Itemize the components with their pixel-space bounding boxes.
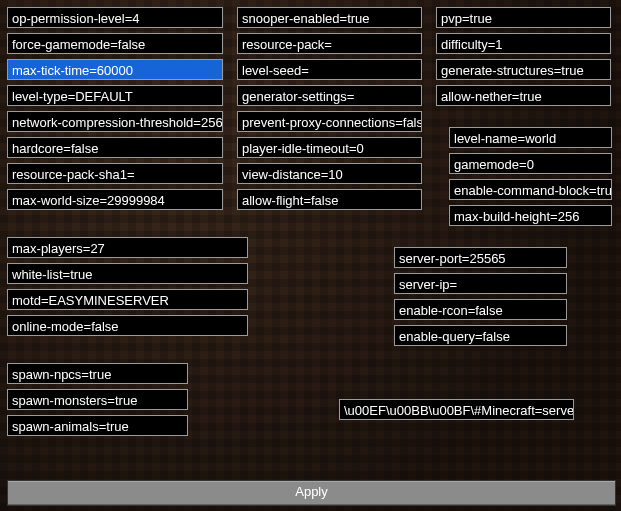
property-field-difficulty[interactable]: difficulty=1 xyxy=(436,33,611,54)
property-field-prevent-proxy-connections[interactable]: prevent-proxy-connections=false xyxy=(237,111,422,132)
property-field-enable-query[interactable]: enable-query=false xyxy=(394,325,567,346)
property-field-white-list[interactable]: white-list=true xyxy=(7,263,248,284)
property-field-enable-command-block[interactable]: enable-command-block=true xyxy=(449,179,612,200)
property-field-max-players[interactable]: max-players=27 xyxy=(7,237,248,258)
property-field-online-mode[interactable]: online-mode=false xyxy=(7,315,248,336)
property-field-gamemode[interactable]: gamemode=0 xyxy=(449,153,612,174)
property-field-level-name[interactable]: level-name=world xyxy=(449,127,612,148)
property-field-op-permission-level[interactable]: op-permission-level=4 xyxy=(7,7,223,28)
property-field-hardcore[interactable]: hardcore=false xyxy=(7,137,223,158)
property-field-max-build-height[interactable]: max-build-height=256 xyxy=(449,205,612,226)
property-field-server-port[interactable]: server-port=25565 xyxy=(394,247,567,268)
property-field-max-tick-time[interactable]: max-tick-time=60000 xyxy=(7,59,223,80)
apply-button[interactable]: Apply xyxy=(7,480,616,506)
property-field-force-gamemode[interactable]: force-gamemode=false xyxy=(7,33,223,54)
property-field-snooper-enabled[interactable]: snooper-enabled=true xyxy=(237,7,422,28)
property-field-generator-settings[interactable]: generator-settings= xyxy=(237,85,422,106)
property-field-raw-header[interactable]: \u00EF\u00BB\u00BF\#Minecraft=server pro… xyxy=(339,399,574,420)
property-field-resource-pack-sha1[interactable]: resource-pack-sha1= xyxy=(7,163,223,184)
property-field-spawn-animals[interactable]: spawn-animals=true xyxy=(7,415,188,436)
property-field-max-world-size[interactable]: max-world-size=29999984 xyxy=(7,189,223,210)
property-field-network-compression-threshold[interactable]: network-compression-threshold=256 xyxy=(7,111,223,132)
property-field-allow-flight[interactable]: allow-flight=false xyxy=(237,189,422,210)
property-field-player-idle-timeout[interactable]: player-idle-timeout=0 xyxy=(237,137,422,158)
property-field-pvp[interactable]: pvp=true xyxy=(436,7,611,28)
property-field-level-seed[interactable]: level-seed= xyxy=(237,59,422,80)
property-field-allow-nether[interactable]: allow-nether=true xyxy=(436,85,611,106)
property-field-spawn-monsters[interactable]: spawn-monsters=true xyxy=(7,389,188,410)
property-field-spawn-npcs[interactable]: spawn-npcs=true xyxy=(7,363,188,384)
property-field-server-ip[interactable]: server-ip= xyxy=(394,273,567,294)
property-field-generate-structures[interactable]: generate-structures=true xyxy=(436,59,611,80)
property-field-level-type[interactable]: level-type=DEFAULT xyxy=(7,85,223,106)
property-field-enable-rcon[interactable]: enable-rcon=false xyxy=(394,299,567,320)
property-field-resource-pack[interactable]: resource-pack= xyxy=(237,33,422,54)
property-field-view-distance[interactable]: view-distance=10 xyxy=(237,163,422,184)
property-field-motd[interactable]: motd=EASYMINESERVER xyxy=(7,289,248,310)
